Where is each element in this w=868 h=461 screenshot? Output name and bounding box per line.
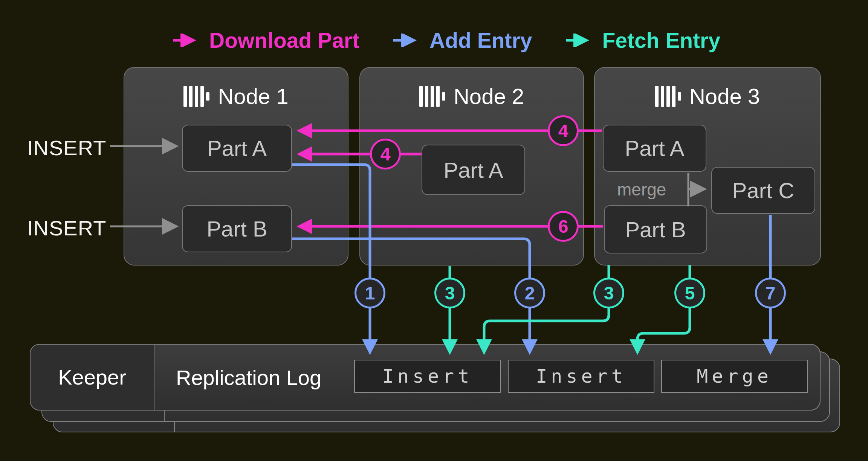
fetch-entry-arrow-step3b [484,265,609,350]
add-entry-arrow-step2 [292,239,530,350]
step-badge-4b: 4 [370,139,401,169]
step-badge-3b: 3 [593,278,624,308]
step-badge-1: 1 [355,278,385,308]
step-badge-2: 2 [514,278,545,308]
arrow-layer [0,0,868,461]
step-badge-3a: 3 [434,278,465,308]
step-badge-7: 7 [755,278,786,308]
fetch-entry-arrow-step5 [637,265,690,350]
replication-diagram: Download Part Add Entry [0,0,868,461]
step-badge-4a: 4 [548,115,579,146]
step-badge-6: 6 [548,211,579,242]
add-entry-arrow-step1 [292,165,370,350]
step-badge-5: 5 [674,278,705,308]
